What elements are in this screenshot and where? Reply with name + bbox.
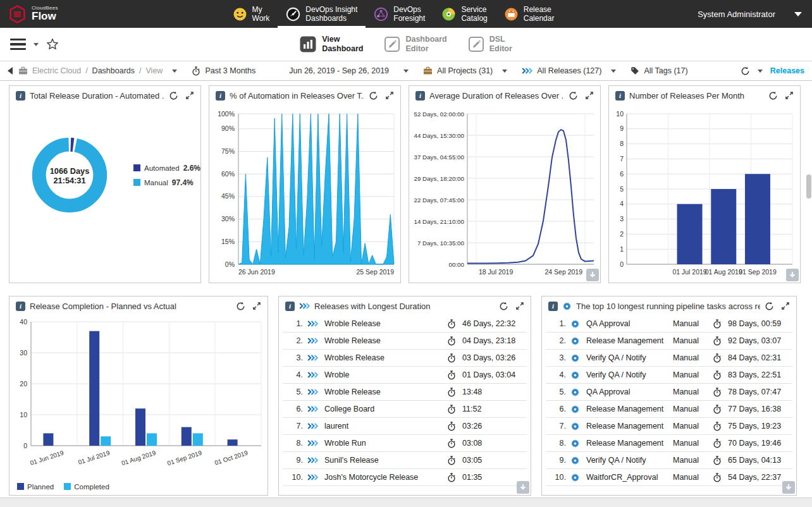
list-item[interactable]: 2. Release Management Manual 92 Days, 03… [546, 333, 792, 350]
row-number: 2. [288, 336, 303, 345]
list-item[interactable]: 6. College Board 11:52 [283, 401, 527, 418]
list-item[interactable]: 1. Wroble Release 46 Days, 22:32 [283, 315, 527, 333]
projects-caret-icon[interactable] [502, 70, 507, 73]
date-range-value[interactable]: Jun 26, 2019 - Sep 26, 2019 [289, 66, 389, 75]
svg-text:15%: 15% [221, 238, 235, 245]
stopwatch-icon [713, 405, 723, 414]
nav-release-calendar[interactable]: ReleaseCalendar [496, 0, 563, 28]
info-icon[interactable] [16, 302, 25, 311]
refresh-icon[interactable] [169, 91, 178, 101]
list-item[interactable]: 4. Wroble 01 Days, 03:04 [283, 367, 527, 384]
stopwatch-icon [713, 370, 723, 380]
list-item[interactable]: 10. WaitforCR_Approval Manual 54 Days, 2… [546, 469, 792, 486]
nav-devops-insight-dashboards[interactable]: DevOps InsightDashboards [278, 0, 366, 28]
svg-text:00:00: 00:00 [448, 261, 464, 268]
row-number: 8. [551, 439, 566, 448]
info-icon[interactable] [216, 91, 225, 101]
list-item[interactable]: 7. Release Management Manual 75 Days, 19… [546, 418, 792, 435]
horizontal-scrollbar-track[interactable] [0, 498, 812, 507]
row-number: 9. [288, 456, 303, 465]
list-item[interactable]: 5. QA Approval Manual 78 Days, 07:47 [546, 384, 792, 401]
list-item[interactable]: 2. Wroble Release 04 Days, 23:18 [283, 333, 527, 350]
donut-chart: 1066 Days21:54:31 [25, 128, 114, 223]
task-name: Release Management [586, 439, 668, 448]
releases-link[interactable]: Releases [770, 66, 804, 75]
refresh-icon[interactable] [569, 91, 578, 101]
nav-my-work[interactable]: MyWork [225, 0, 278, 28]
list-item[interactable]: 3. Wrobles Release 03 Days, 03:26 [283, 350, 527, 367]
dsl-editor-icon [469, 37, 484, 52]
brand[interactable]: CloudBees Flow [0, 0, 120, 28]
vertical-scrollbar-thumb[interactable] [806, 174, 811, 199]
expand-icon[interactable] [781, 302, 790, 310]
refresh-icon[interactable] [236, 302, 245, 311]
release-icon [307, 473, 320, 481]
svg-text:01 Sep 2019: 01 Sep 2019 [739, 268, 777, 276]
panel-release-completion: Release Completion - Planned vs Actual 0… [9, 296, 268, 496]
back-button[interactable] [8, 67, 13, 75]
nav-service-catalog[interactable]: ServiceCatalog [433, 0, 495, 28]
list-item[interactable]: 3. Verify QA / Notify Manual 84 Days, 02… [546, 350, 792, 367]
tab-view-dashboard[interactable]: ViewDashboard [300, 35, 363, 54]
tags-filter[interactable]: All Tags (17) [644, 66, 687, 75]
view-mode-caret-icon[interactable] [758, 70, 763, 73]
time-range-caret-icon[interactable] [403, 70, 409, 73]
list-item[interactable]: 8. Release Management Manual 70 Days, 19… [546, 435, 792, 452]
scroll-down-button[interactable] [782, 481, 795, 494]
expand-icon[interactable] [585, 91, 594, 100]
release-icon [307, 422, 320, 430]
favorite-star-icon[interactable] [46, 38, 59, 51]
projects-filter[interactable]: All Projects (31) [437, 66, 493, 75]
list-item[interactable]: 7. laurent 03:26 [283, 418, 527, 435]
menu-icon[interactable] [10, 39, 26, 51]
list-item[interactable]: 10. Josh's Motorcycle Release 01:35 [283, 469, 527, 486]
list-item[interactable]: 1. QA Approval Manual 98 Days, 00:59 [546, 315, 792, 333]
list-item[interactable]: 8. Wroble Run 03:08 [283, 435, 527, 452]
tab-dsl-editor[interactable]: DSLEditor [469, 35, 512, 54]
breadcrumb-section[interactable]: Dashboards [92, 66, 135, 75]
breadcrumb-root[interactable]: Electric Cloud [32, 66, 81, 75]
refresh-filters-icon[interactable] [741, 66, 750, 76]
refresh-icon[interactable] [765, 302, 774, 311]
refresh-icon[interactable] [499, 302, 508, 311]
expand-icon[interactable] [515, 302, 524, 310]
expand-icon[interactable] [185, 91, 194, 100]
list-item[interactable]: 4. Verify QA / Notify Manual 83 Days, 22… [546, 367, 792, 384]
info-icon[interactable] [615, 91, 625, 101]
info-icon[interactable] [285, 302, 295, 311]
menu-caret-icon[interactable] [34, 43, 39, 46]
user-menu[interactable]: System Administrator [667, 0, 812, 28]
expand-icon[interactable] [252, 302, 261, 310]
info-icon[interactable] [548, 302, 558, 311]
refresh-icon[interactable] [768, 91, 778, 101]
release-icon [307, 388, 320, 396]
time-range-label[interactable]: Past 3 Months [205, 66, 255, 75]
svg-text:21:54:31: 21:54:31 [53, 176, 85, 185]
svg-text:01 Sep 2019: 01 Sep 2019 [166, 449, 203, 467]
list-item[interactable]: 6. Release Management Manual 77 Days, 16… [546, 401, 792, 418]
release-completion-bar-chart: 01020304001 Jun 201901 Jul 201901 Aug 20… [9, 315, 266, 477]
info-icon[interactable] [415, 91, 425, 101]
expand-icon[interactable] [785, 91, 794, 100]
tab-dashboard-editor[interactable]: DashboardEditor [384, 35, 446, 54]
top-navigation-bar: CloudBees Flow MyWork DevOps InsightDash… [0, 0, 812, 28]
list-item[interactable]: 5. Wroble Release 13:48 [283, 384, 527, 401]
scroll-down-button[interactable] [786, 269, 799, 281]
duration-value: 46 Days, 22:32 [462, 319, 522, 328]
nav-devops-foresight[interactable]: DevOpsForesight [366, 0, 433, 28]
stopwatch-icon [447, 405, 458, 414]
user-menu-caret-icon[interactable] [794, 12, 802, 16]
scroll-down-button[interactable] [517, 481, 529, 494]
scroll-down-button[interactable] [586, 269, 599, 281]
task-name: Verify QA / Notify [586, 456, 668, 465]
expand-icon[interactable] [385, 91, 394, 100]
refresh-icon[interactable] [369, 91, 378, 101]
breadcrumb-caret-icon[interactable] [172, 70, 177, 73]
releases-filter[interactable]: All Releases (127) [537, 66, 601, 75]
list-item[interactable]: 9. Verify QA / Notify Manual 65 Days, 04… [546, 452, 792, 469]
duration-value: 13:48 [462, 388, 522, 396]
list-item[interactable]: 9. Sunil's Release 03:05 [283, 452, 527, 469]
releases-caret-icon[interactable] [611, 70, 616, 73]
stopwatch-icon [447, 439, 458, 448]
info-icon[interactable] [16, 91, 25, 101]
